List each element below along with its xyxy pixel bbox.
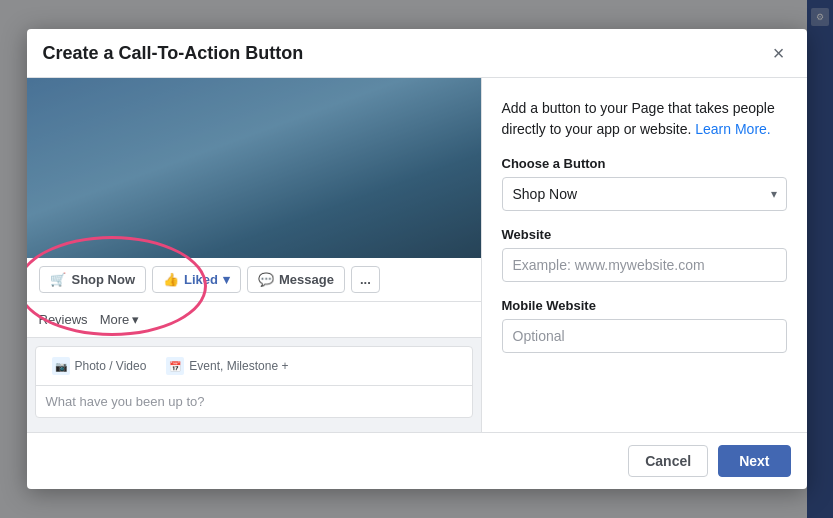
website-label: Website [502,227,787,242]
preview-post-bar: 📷 Photo / Video 📅 Event, Milestone + Wha… [35,346,473,418]
more-chevron-icon: ▾ [132,312,139,327]
more-button[interactable]: ... [351,266,380,293]
preview-cover [27,78,481,258]
modal-title: Create a Call-To-Action Button [43,43,304,64]
mobile-website-input[interactable] [502,319,787,353]
message-button[interactable]: 💬 Message [247,266,345,293]
mobile-website-label: Mobile Website [502,298,787,313]
shop-now-label: Shop Now [72,272,136,287]
chevron-down-icon: ▾ [223,272,230,287]
close-button[interactable]: × [767,41,791,65]
modal-footer: Cancel Next [27,432,807,489]
reviews-tab[interactable]: Reviews [39,308,88,331]
liked-button[interactable]: 👍 Liked ▾ [152,266,241,293]
modal-header: Create a Call-To-Action Button × [27,29,807,78]
cover-overlay [27,78,481,258]
liked-label: Liked [184,272,218,287]
photo-video-label: Photo / Video [75,359,147,373]
website-input[interactable] [502,248,787,282]
cancel-button[interactable]: Cancel [628,445,708,477]
thumb-up-icon: 👍 [163,272,179,287]
modal-overlay: Create a Call-To-Action Button × 🛒 Shop … [0,0,833,518]
choose-button-select[interactable]: Shop Now Book Now Contact Us Use App Sig… [502,177,787,211]
message-icon: 💬 [258,272,274,287]
preview-actions: 🛒 Shop Now 👍 Liked ▾ 💬 Message ... [27,258,481,302]
calendar-icon: 📅 [166,357,184,375]
preview-pane: 🛒 Shop Now 👍 Liked ▾ 💬 Message ... [27,78,482,432]
event-milestone-button[interactable]: 📅 Event, Milestone + [160,353,294,379]
config-description: Add a button to your Page that takes peo… [502,98,787,140]
preview-tabs: Reviews More ▾ [27,302,481,338]
more-tab-label: More [100,312,130,327]
event-milestone-label: Event, Milestone + [189,359,288,373]
post-actions-bar: 📷 Photo / Video 📅 Event, Milestone + [36,347,472,386]
modal-body: 🛒 Shop Now 👍 Liked ▾ 💬 Message ... [27,78,807,432]
more-tab[interactable]: More ▾ [100,312,140,327]
cart-icon: 🛒 [50,272,66,287]
choose-button-label: Choose a Button [502,156,787,171]
message-label: Message [279,272,334,287]
post-placeholder-text[interactable]: What have you been up to? [36,386,472,417]
next-button[interactable]: Next [718,445,790,477]
choose-button-select-wrapper: Shop Now Book Now Contact Us Use App Sig… [502,177,787,211]
config-pane: Add a button to your Page that takes peo… [482,78,807,432]
modal-dialog: Create a Call-To-Action Button × 🛒 Shop … [27,29,807,489]
photo-video-button[interactable]: 📷 Photo / Video [46,353,153,379]
shop-now-preview-button[interactable]: 🛒 Shop Now [39,266,147,293]
learn-more-link[interactable]: Learn More. [695,121,770,137]
photo-icon: 📷 [52,357,70,375]
